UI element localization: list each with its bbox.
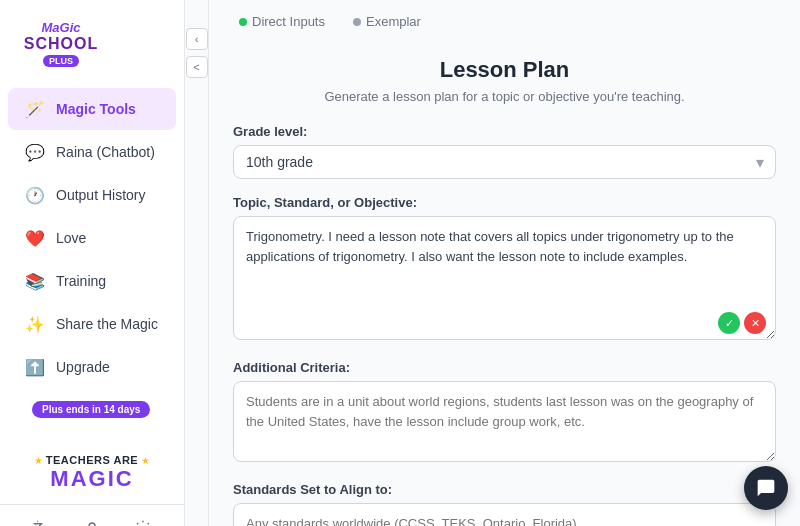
criteria-textarea[interactable] <box>233 381 776 462</box>
magic-label: MAGiC <box>16 466 168 492</box>
grade-select[interactable]: 10th grade Kindergarten 1st grade 2nd gr… <box>233 145 776 179</box>
collapse-area: ‹ < <box>185 0 209 526</box>
chat-fab-button[interactable] <box>744 466 788 510</box>
sidebar-item-upgrade[interactable]: ⬆️ Upgrade <box>8 346 176 388</box>
criteria-group: Additional Criteria: <box>233 360 776 466</box>
collapse-left-btn[interactable]: ‹ <box>186 28 208 50</box>
form-subtitle: Generate a lesson plan for a topic or ob… <box>233 89 776 104</box>
magic-tools-icon: 🪄 <box>24 98 46 120</box>
star-left: ★ <box>34 455 43 466</box>
topic-reject-btn[interactable]: ✕ <box>744 312 766 334</box>
sidebar-label-upgrade: Upgrade <box>56 359 110 375</box>
teachers-magic-area: ★ TEACHERS ARE ★ MAGiC <box>0 442 184 504</box>
logo-magic: MaGic <box>41 20 80 35</box>
top-tabs: Direct Inputs Exemplar <box>209 0 800 37</box>
tab-direct-inputs[interactable]: Direct Inputs <box>225 8 339 37</box>
main-content: Direct Inputs Exemplar Lesson Plan Gener… <box>209 0 800 526</box>
topic-textarea-icons: ✓ ✕ <box>718 312 766 334</box>
form-scroll-area: Lesson Plan Generate a lesson plan for a… <box>209 37 800 526</box>
sidebar-item-love[interactable]: ❤️ Love <box>8 217 176 259</box>
topic-accept-btn[interactable]: ✓ <box>718 312 740 334</box>
standards-group: Standards Set to Align to: <box>233 482 776 527</box>
grade-select-wrapper: 10th grade Kindergarten 1st grade 2nd gr… <box>233 145 776 179</box>
sidebar-item-share-magic[interactable]: ✨ Share the Magic <box>8 303 176 345</box>
sidebar: MaGic SCHOOL PLUS 🪄 Magic Tools 💬 Raina … <box>0 0 185 526</box>
tab-direct-inputs-label: Direct Inputs <box>252 14 325 29</box>
sidebar-label-training: Training <box>56 273 106 289</box>
exemplar-dot <box>353 18 361 26</box>
logo-plus-badge: PLUS <box>43 55 79 67</box>
output-history-icon: 🕐 <box>24 184 46 206</box>
standards-textarea[interactable] <box>233 503 776 527</box>
sidebar-label-share-magic: Share the Magic <box>56 316 158 332</box>
training-icon: 📚 <box>24 270 46 292</box>
sidebar-label-raina: Raina (Chatbot) <box>56 144 155 160</box>
sidebar-label-love: Love <box>56 230 86 246</box>
sidebar-item-raina[interactable]: 💬 Raina (Chatbot) <box>8 131 176 173</box>
logo-school: SCHOOL <box>24 35 98 53</box>
direct-inputs-dot <box>239 18 247 26</box>
logo-area: MaGic SCHOOL PLUS <box>0 0 184 79</box>
tab-exemplar[interactable]: Exemplar <box>339 8 435 37</box>
tab-exemplar-label: Exemplar <box>366 14 421 29</box>
topic-group: Topic, Standard, or Objective: Trigonome… <box>233 195 776 344</box>
user-icon[interactable] <box>78 515 106 526</box>
sidebar-nav: 🪄 Magic Tools 💬 Raina (Chatbot) 🕐 Output… <box>0 79 184 442</box>
logo[interactable]: MaGic SCHOOL PLUS <box>16 16 106 71</box>
topic-textarea-wrapper: Trigonometry. I need a lesson note that … <box>233 216 776 344</box>
share-magic-icon: ✨ <box>24 313 46 335</box>
star-right: ★ <box>141 455 150 466</box>
sidebar-footer <box>0 504 184 526</box>
sidebar-label-magic-tools: Magic Tools <box>56 101 136 117</box>
sidebar-item-output-history[interactable]: 🕐 Output History <box>8 174 176 216</box>
topic-textarea[interactable]: Trigonometry. I need a lesson note that … <box>233 216 776 340</box>
grade-level-label: Grade level: <box>233 124 776 139</box>
settings-icon[interactable] <box>129 515 157 526</box>
grade-level-group: Grade level: 10th grade Kindergarten 1st… <box>233 124 776 179</box>
upgrade-icon: ⬆️ <box>24 356 46 378</box>
standards-label: Standards Set to Align to: <box>233 482 776 497</box>
love-icon: ❤️ <box>24 227 46 249</box>
criteria-label: Additional Criteria: <box>233 360 776 375</box>
teachers-are-text: TEACHERS ARE <box>46 454 138 466</box>
sidebar-label-output-history: Output History <box>56 187 145 203</box>
sidebar-item-training[interactable]: 📚 Training <box>8 260 176 302</box>
content-card: Lesson Plan Generate a lesson plan for a… <box>209 37 800 526</box>
translate-icon[interactable] <box>27 515 55 526</box>
form-title: Lesson Plan <box>233 57 776 83</box>
plus-ends-badge[interactable]: Plus ends in 14 days <box>32 401 150 418</box>
topic-label: Topic, Standard, or Objective: <box>233 195 776 210</box>
sidebar-item-magic-tools[interactable]: 🪄 Magic Tools <box>8 88 176 130</box>
raina-icon: 💬 <box>24 141 46 163</box>
collapse-share-btn[interactable]: < <box>186 56 208 78</box>
